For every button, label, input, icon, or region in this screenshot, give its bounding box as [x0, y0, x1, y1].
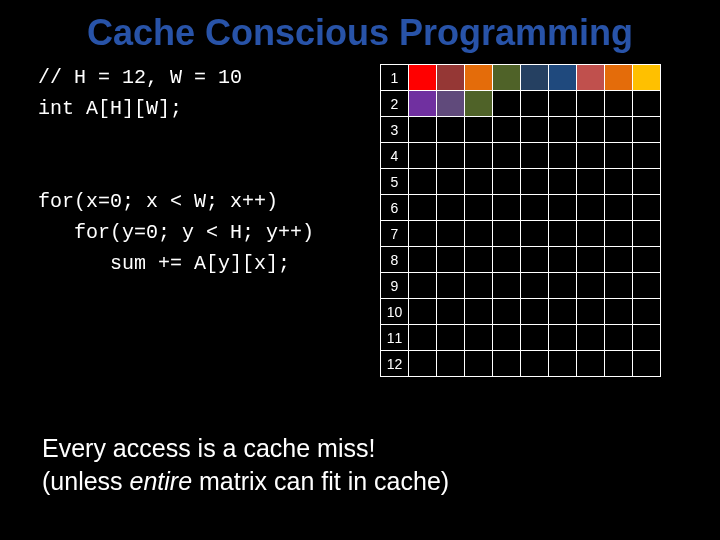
cell	[605, 351, 633, 377]
cell	[549, 169, 577, 195]
cell	[577, 247, 605, 273]
table-row: 1	[381, 65, 661, 91]
row-label: 2	[381, 91, 409, 117]
cell	[633, 117, 661, 143]
cell	[605, 247, 633, 273]
cell	[493, 195, 521, 221]
table-row: 9	[381, 273, 661, 299]
cell	[605, 273, 633, 299]
cell	[549, 247, 577, 273]
cell	[493, 273, 521, 299]
cell	[465, 247, 493, 273]
cell	[465, 143, 493, 169]
cell	[605, 169, 633, 195]
cell	[549, 143, 577, 169]
cell	[409, 169, 437, 195]
cell	[409, 221, 437, 247]
cell	[437, 299, 465, 325]
cell	[577, 65, 605, 91]
footer-emphasis: entire	[130, 467, 193, 495]
cell	[409, 299, 437, 325]
cell	[605, 91, 633, 117]
cell	[549, 65, 577, 91]
cell	[437, 143, 465, 169]
table-row: 8	[381, 247, 661, 273]
cell	[577, 351, 605, 377]
row-label: 1	[381, 65, 409, 91]
cell	[521, 351, 549, 377]
cell	[493, 91, 521, 117]
cell	[437, 247, 465, 273]
cell	[521, 273, 549, 299]
cell	[521, 143, 549, 169]
cell	[409, 143, 437, 169]
table-row: 10	[381, 299, 661, 325]
cell	[605, 325, 633, 351]
row-label: 5	[381, 169, 409, 195]
cell	[493, 221, 521, 247]
cell	[577, 325, 605, 351]
cell	[493, 325, 521, 351]
cell	[437, 273, 465, 299]
cell	[465, 221, 493, 247]
cell	[465, 351, 493, 377]
cell	[633, 325, 661, 351]
cell	[437, 117, 465, 143]
cell	[521, 65, 549, 91]
cell	[633, 273, 661, 299]
cell	[577, 169, 605, 195]
cell	[437, 325, 465, 351]
cell	[577, 221, 605, 247]
cell	[633, 351, 661, 377]
cell	[633, 91, 661, 117]
row-label: 10	[381, 299, 409, 325]
row-label: 4	[381, 143, 409, 169]
cell	[633, 143, 661, 169]
code-block: // H = 12, W = 10 int A[H][W]; for(x=0; …	[38, 62, 314, 279]
cell	[409, 117, 437, 143]
cell	[437, 65, 465, 91]
cell	[577, 117, 605, 143]
cell	[465, 169, 493, 195]
cell	[409, 195, 437, 221]
cell	[633, 247, 661, 273]
cell	[493, 247, 521, 273]
cell	[409, 325, 437, 351]
cell	[577, 299, 605, 325]
cell	[605, 221, 633, 247]
footer-text: Every access is a cache miss! (unless en…	[42, 432, 449, 497]
row-label: 9	[381, 273, 409, 299]
cell	[605, 195, 633, 221]
cell	[409, 273, 437, 299]
cell	[493, 169, 521, 195]
code-line-1: // H = 12, W = 10	[38, 66, 242, 89]
cell	[521, 91, 549, 117]
cell	[549, 273, 577, 299]
cell	[633, 299, 661, 325]
row-label: 8	[381, 247, 409, 273]
table-row: 4	[381, 143, 661, 169]
cell	[409, 247, 437, 273]
cell	[633, 195, 661, 221]
table-row: 6	[381, 195, 661, 221]
slide-title: Cache Conscious Programming	[0, 0, 720, 62]
matrix-table: 1 2	[380, 64, 661, 377]
cell	[521, 247, 549, 273]
cell	[437, 195, 465, 221]
cell	[521, 221, 549, 247]
cell	[437, 91, 465, 117]
cell	[409, 351, 437, 377]
cell	[605, 65, 633, 91]
table-row: 3	[381, 117, 661, 143]
table-row: 7	[381, 221, 661, 247]
table-row: 2	[381, 91, 661, 117]
cell	[521, 325, 549, 351]
row-label: 6	[381, 195, 409, 221]
cell	[549, 221, 577, 247]
cell	[437, 221, 465, 247]
table-row: 12	[381, 351, 661, 377]
cell	[633, 221, 661, 247]
footer-line-2a: (unless	[42, 467, 130, 495]
cell	[465, 195, 493, 221]
row-label: 12	[381, 351, 409, 377]
